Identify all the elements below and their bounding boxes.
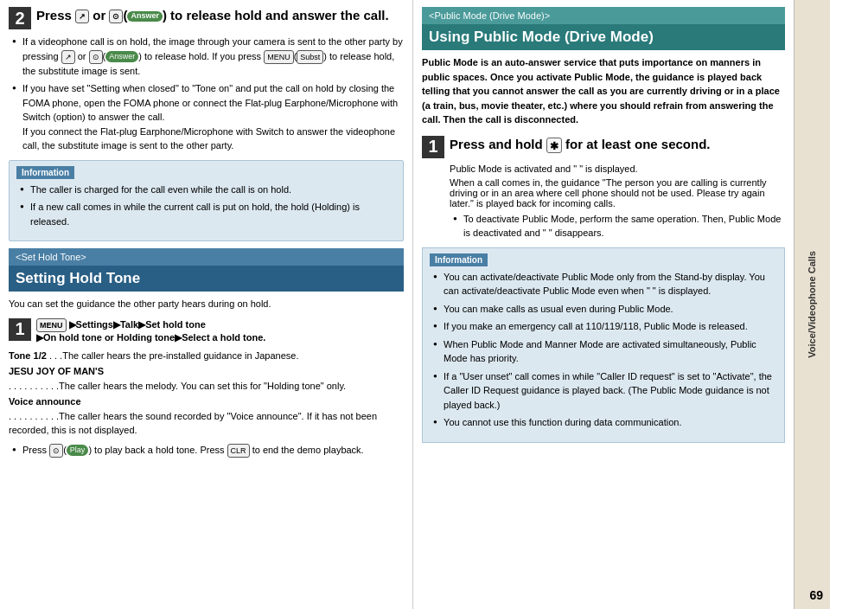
hold-tone-desc: You can set the guidance the other party…: [9, 297, 404, 311]
play-bullet: Press ⊙(Play) to play back a hold tone. …: [12, 443, 404, 458]
right-desc: Public Mode is an auto-answer service th…: [422, 55, 785, 127]
right-info-bullet4: When Public Mode and Manner Mode are act…: [433, 337, 777, 366]
right-column: <Public Mode (Drive Mode)> Using Public …: [413, 0, 794, 609]
right-step1-number: 1: [422, 136, 444, 158]
menu-icon: MENU: [36, 318, 67, 332]
right-sub1: Public Mode is activated and " " is disp…: [450, 163, 785, 174]
right-info-bullet2: You can make calls as usual even during …: [433, 302, 777, 317]
step2-title: Press ↗ or ⊙(Answer) to release hold and…: [36, 7, 389, 24]
step2-bullet1: If a videophone call is on hold, the ima…: [12, 35, 404, 78]
subst-key: Subst: [297, 50, 323, 64]
info-box-left: Information The caller is charged for th…: [9, 160, 404, 242]
tone2-desc: . . . . . . . . . .The caller hears the …: [9, 381, 346, 391]
tone3-desc: . . . . . . . . . .The caller hears the …: [9, 411, 377, 436]
right-title: Using Public Mode (Drive Mode): [422, 24, 785, 50]
tone2-label: JESU JOY OF MAN'S: [9, 366, 104, 376]
sidebar-tab: Voice/Videophone Calls: [794, 0, 830, 609]
answer-small: Answer: [105, 51, 138, 63]
main-content: 2 Press ↗ or ⊙(Answer) to release hold a…: [0, 0, 830, 609]
right-info-bullet1: You can activate/deactivate Public Mode …: [433, 270, 777, 298]
tone-item-2: JESU JOY OF MAN'S . . . . . . . . . .The…: [9, 364, 404, 393]
right-info-bullet6: You cannot use this function during data…: [433, 415, 777, 430]
info-box-left-bullets: The caller is charged for the call even …: [16, 183, 396, 229]
right-step1-header: 1 Press and hold ✱ for at least one seco…: [422, 136, 785, 158]
tone1-desc: . . .The caller hears the pre-installed …: [49, 350, 299, 361]
info-bullet1: The caller is charged for the call even …: [20, 183, 396, 197]
star-key-icon: ✱: [546, 138, 562, 153]
right-sub2: When a call comes in, the guidance "The …: [450, 177, 785, 208]
hold-tone-section: <Set Hold Tone> Setting Hold Tone You ca…: [9, 248, 404, 458]
step2-header: 2 Press ↗ or ⊙(Answer) to release hold a…: [9, 7, 404, 29]
step2-number: 2: [9, 7, 31, 29]
right-step1-body: Public Mode is activated and " " is disp…: [422, 163, 785, 240]
hold-step1-menu: MENU ▶Settings▶Talk▶Set hold tone ▶On ho…: [36, 318, 265, 343]
play-label: Play: [67, 445, 89, 457]
step2-bullets: If a videophone call is on hold, the ima…: [9, 35, 404, 153]
tone1-label: Tone 1/2: [9, 350, 47, 361]
tone-item-3: Voice announce . . . . . . . . . .The ca…: [9, 394, 404, 438]
right-header: <Public Mode (Drive Mode)>: [422, 7, 785, 24]
tone-item-1: Tone 1/2 . . .The caller hears the pre-i…: [9, 349, 404, 363]
info-box-left-header: Information: [16, 166, 74, 179]
answer-label: Answer: [127, 11, 163, 22]
right-step1-bullet1: To deactivate Public Mode, perform the s…: [453, 212, 785, 240]
right-info-header: Information: [430, 253, 488, 266]
info-bullet2: If a new call comes in while the current…: [20, 200, 396, 228]
right-step1-title: Press and hold ✱ for at least one second…: [450, 136, 710, 153]
right-info-bullets: You can activate/deactivate Public Mode …: [430, 270, 777, 430]
sidebar-tab-label: Voice/Videophone Calls: [807, 251, 817, 358]
hold-tone-header: <Set Hold Tone>: [9, 248, 404, 266]
right-info-box: Information You can activate/deactivate …: [422, 247, 785, 443]
play-circle-icon: ⊙: [49, 444, 63, 458]
right-info-bullet3: If you make an emergency call at 110/119…: [433, 319, 777, 334]
tone3-label: Voice announce: [9, 396, 81, 407]
menu-key: MENU: [264, 50, 294, 64]
circle-key-small: ⊙: [89, 50, 103, 64]
right-step1-bullets: To deactivate Public Mode, perform the s…: [450, 212, 785, 240]
circle-key-icon: ⊙: [109, 10, 123, 23]
hold-tone-title: Setting Hold Tone: [9, 266, 404, 292]
step2-bullet2: If you have set "Setting when closed" to…: [12, 81, 404, 153]
clr-key: CLR: [227, 444, 250, 458]
left-column: 2 Press ↗ or ⊙(Answer) to release hold a…: [0, 0, 413, 609]
hold-step1-header: 1 MENU ▶Settings▶Talk▶Set hold tone ▶On …: [9, 318, 404, 343]
send-key-small: ↗: [61, 50, 75, 64]
play-bullet-list: Press ⊙(Play) to play back a hold tone. …: [9, 443, 404, 458]
page-number: 69: [809, 588, 823, 602]
send-key-icon: ↗: [75, 10, 89, 23]
right-info-bullet5: If a "User unset" call comes in while "C…: [433, 369, 777, 413]
hold-step1-number: 1: [9, 318, 31, 341]
